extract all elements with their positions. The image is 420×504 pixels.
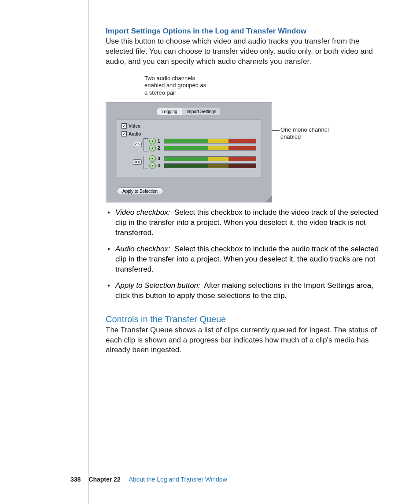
panel-inner: ✓ Video ✓ Audio	[117, 119, 261, 177]
page-number: 338	[70, 476, 81, 483]
audio-channels-area: 1 2 3	[133, 137, 256, 174]
video-checkbox[interactable]: ✓	[122, 123, 127, 129]
audio-checkbox-label: Audio	[129, 132, 141, 136]
import-settings-panel: Logging Import Settings ✓ Video ✓ Audio	[106, 102, 272, 202]
stereo-link-2[interactable]	[133, 159, 142, 165]
transfer-queue-paragraph: The Transfer Queue shows a list of clips…	[106, 325, 387, 356]
bullet-video-checkbox: Video checkbox: Select this checkbox to …	[106, 208, 387, 238]
channel-number: 1	[158, 139, 161, 143]
video-checkbox-row[interactable]: ✓ Video	[122, 123, 140, 129]
subsection-heading: Import Settings Options in the Log and T…	[106, 26, 387, 36]
margin-rule	[88, 0, 88, 504]
callout-mono: One mono channel enabled	[280, 126, 346, 141]
tab-import-settings[interactable]: Import Settings	[182, 108, 221, 115]
callout-stereo-pair: Two audio channels enabled and grouped a…	[144, 75, 210, 96]
audio-checkbox[interactable]: ✓	[122, 131, 127, 136]
link-icon	[133, 142, 142, 147]
bullet-audio-checkbox: Audio checkbox: Select this checkbox to …	[106, 244, 387, 275]
chapter-label: Chapter 22	[88, 476, 120, 483]
level-meter	[164, 139, 256, 143]
link-icon	[133, 159, 142, 165]
import-settings-figure: Two audio channels enabled and grouped a…	[106, 75, 387, 202]
channel-row-3: 3	[146, 155, 256, 162]
section-heading-transfer-queue: Controls in the Transfer Queue	[106, 314, 387, 324]
level-meter	[164, 146, 256, 151]
chapter-title: About the Log and Transfer Window	[129, 476, 227, 483]
page-footer: 338 Chapter 22 About the Log and Transfe…	[70, 476, 227, 483]
channel-row-1: 1	[146, 137, 256, 144]
level-meter	[164, 156, 256, 161]
channel-number: 3	[158, 156, 161, 161]
speaker-icon[interactable]	[149, 138, 156, 144]
resize-corner-icon[interactable]	[265, 196, 272, 202]
bullet-apply-button: Apply to Selection button: After making …	[106, 281, 387, 301]
channel-row-4: 4	[146, 162, 256, 169]
channel-number: 4	[158, 163, 161, 168]
speaker-icon[interactable]	[149, 162, 156, 169]
intro-paragraph: Use this button to choose which video an…	[106, 37, 387, 67]
audio-checkbox-row[interactable]: ✓ Audio	[122, 131, 141, 136]
stereo-link-1[interactable]	[133, 142, 142, 147]
channel-number: 2	[158, 146, 161, 151]
apply-to-selection-button[interactable]: Apply to Selection	[117, 188, 163, 195]
level-meter	[164, 163, 256, 168]
channel-row-2: 2	[146, 144, 256, 151]
speaker-icon[interactable]	[149, 155, 156, 162]
tab-bar: Logging Import Settings	[106, 107, 272, 115]
video-checkbox-label: Video	[129, 124, 140, 129]
tab-logging[interactable]: Logging	[157, 108, 182, 115]
speaker-icon[interactable]	[149, 145, 156, 151]
